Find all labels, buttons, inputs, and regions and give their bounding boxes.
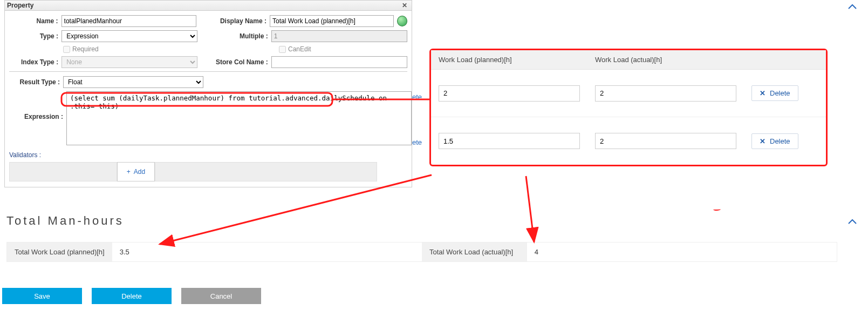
type-select[interactable]: Expression: [61, 30, 197, 42]
result-type-label: Result Type :: [9, 78, 63, 86]
section-heading: Total Man-hours: [6, 214, 837, 228]
close-icon: ✕: [760, 137, 766, 145]
partial-text: ete: [412, 93, 422, 101]
actual-input[interactable]: [595, 85, 736, 102]
annotation-mark: [713, 208, 721, 211]
planned-input[interactable]: [439, 133, 580, 149]
property-dialog: Property ✕ Name : Display Name : Type : …: [4, 0, 412, 187]
total-actual-value: 4: [527, 243, 837, 261]
delete-row-button[interactable]: ✕ Delete: [751, 133, 798, 149]
display-name-label: Display Name :: [202, 17, 269, 25]
globe-icon[interactable]: [397, 16, 407, 26]
close-icon[interactable]: ✕: [400, 2, 409, 9]
required-checkbox: [63, 46, 70, 53]
delete-button[interactable]: Delete: [92, 288, 172, 304]
name-label: Name :: [9, 17, 61, 25]
multiple-label: Multiple :: [203, 32, 271, 40]
expression-input[interactable]: (select sum (dailyTask.plannedManhour) f…: [66, 91, 412, 145]
name-input[interactable]: [61, 15, 197, 27]
table-row: ✕ Delete: [431, 70, 826, 117]
required-label: Required: [72, 45, 99, 53]
add-label: Add: [134, 168, 145, 176]
expression-label: Expression :: [9, 113, 63, 120]
col-head-planned: Work Load (planned)[h]: [431, 50, 587, 69]
actual-input[interactable]: [595, 133, 736, 149]
close-icon: ✕: [760, 89, 766, 97]
type-label: Type :: [9, 32, 61, 40]
result-type-select[interactable]: Float: [63, 76, 203, 88]
add-button[interactable]: + Add: [117, 162, 155, 181]
button-bar: Save Delete Cancel: [2, 288, 261, 304]
delete-label: Delete: [770, 89, 790, 97]
delete-label: Delete: [770, 137, 790, 145]
validator-cell: [155, 162, 377, 181]
collapse-chevron-top[interactable]: [848, 2, 857, 12]
index-type-select: None: [61, 56, 197, 68]
store-col-label: Store Col Name :: [203, 58, 271, 66]
dialog-title: Property: [7, 2, 33, 9]
validators-label: Validators :: [9, 151, 407, 159]
display-name-input[interactable]: [270, 15, 394, 27]
multiple-input: [271, 30, 407, 42]
delete-row-button[interactable]: ✕ Delete: [751, 85, 798, 101]
canedit-checkbox: [279, 46, 286, 53]
index-type-label: Index Type :: [9, 58, 61, 66]
validator-cell: [9, 162, 117, 181]
total-manhours-section: Total Man-hours Total Work Load (planned…: [6, 214, 837, 262]
planned-input[interactable]: [439, 85, 580, 102]
table-header: Work Load (planned)[h] Work Load (actual…: [431, 50, 826, 70]
plus-icon: +: [127, 168, 131, 176]
col-head-actual: Work Load (actual)[h]: [587, 50, 744, 69]
save-button[interactable]: Save: [2, 288, 82, 304]
total-planned-label: Total Work Load (planned)[h]: [7, 243, 112, 261]
cancel-button[interactable]: Cancel: [181, 288, 261, 304]
table-row: ✕ Delete: [431, 117, 826, 165]
partial-text: ete: [412, 138, 422, 146]
canedit-label: CanEdit: [288, 45, 311, 53]
dialog-header: Property ✕: [5, 1, 412, 11]
store-col-input[interactable]: [271, 56, 407, 68]
workload-table: Work Load (planned)[h] Work Load (actual…: [429, 49, 828, 166]
collapse-chevron-totals[interactable]: [848, 217, 857, 227]
total-planned-value: 3.5: [112, 243, 422, 261]
total-actual-label: Total Work Load (actual)[h]: [422, 243, 527, 261]
